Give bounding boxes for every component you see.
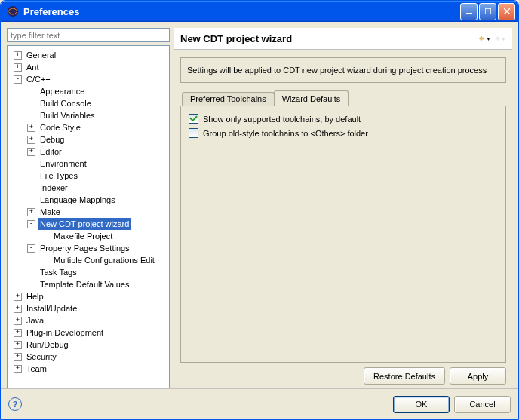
back-button[interactable]: ▼ bbox=[479, 32, 491, 44]
tree-label: Build Console bbox=[38, 97, 93, 109]
minimize-button[interactable] bbox=[460, 3, 478, 20]
tree-label: Install/Update bbox=[25, 302, 78, 314]
tree-node[interactable]: +Install/Update bbox=[8, 302, 169, 314]
tree-node[interactable]: Task Tags bbox=[8, 266, 169, 278]
tree-label: Language Mappings bbox=[38, 194, 117, 206]
expand-icon[interactable]: + bbox=[27, 124, 35, 132]
cancel-button[interactable]: Cancel bbox=[454, 396, 511, 413]
tree-node[interactable]: -New CDT project wizard bbox=[8, 218, 169, 230]
tree-node[interactable]: +Make bbox=[8, 206, 169, 218]
checkbox-group-old[interactable] bbox=[189, 128, 198, 138]
preferences-tree[interactable]: +General+Ant-C/C++AppearanceBuild Consol… bbox=[7, 45, 170, 389]
window-title: Preferences bbox=[22, 6, 460, 17]
tree-node[interactable]: +Ant bbox=[8, 61, 169, 73]
ok-button[interactable]: OK bbox=[393, 396, 450, 413]
expand-icon[interactable]: + bbox=[14, 317, 22, 325]
page-header: New CDT project wizard ▼ ▼ bbox=[174, 28, 512, 50]
checkbox-label: Group old-style toolchains to <Others> f… bbox=[203, 129, 368, 138]
collapse-icon[interactable]: - bbox=[27, 244, 35, 253]
tree-node[interactable]: +Editor bbox=[8, 146, 169, 158]
expand-icon[interactable]: + bbox=[27, 148, 35, 156]
svg-rect-3 bbox=[466, 13, 472, 14]
svg-rect-2 bbox=[9, 11, 17, 12]
tree-label: File Types bbox=[38, 170, 79, 182]
tree-node[interactable]: Build Console bbox=[8, 97, 169, 109]
tree-node[interactable]: +Java bbox=[8, 314, 169, 326]
tree-node[interactable]: Multiple Configurations Edit bbox=[8, 254, 169, 266]
tree-node[interactable]: +Help bbox=[8, 290, 169, 302]
tree-label: New CDT project wizard bbox=[38, 218, 131, 230]
page-title: New CDT project wizard bbox=[180, 33, 476, 44]
tree-label: Editor bbox=[38, 146, 63, 158]
tree-node[interactable]: Makefile Project bbox=[8, 230, 169, 242]
window-buttons bbox=[460, 3, 515, 20]
tree-label: Environment bbox=[38, 158, 88, 170]
tree-label: Security bbox=[25, 351, 58, 363]
checkbox-show-supported[interactable] bbox=[189, 114, 198, 124]
expand-icon[interactable]: + bbox=[14, 365, 22, 373]
chevron-down-icon: ▼ bbox=[486, 36, 491, 41]
tree-label: Help bbox=[25, 290, 45, 302]
tree-node[interactable]: +Run/Debug bbox=[8, 339, 169, 351]
expand-icon[interactable]: + bbox=[14, 51, 22, 60]
tree-node[interactable]: +Debug bbox=[8, 133, 169, 146]
checkbox-row-group-old[interactable]: Group old-style toolchains to <Others> f… bbox=[189, 128, 498, 138]
tree-node[interactable]: +Security bbox=[8, 351, 169, 363]
tree-node[interactable]: +Plug-in Development bbox=[8, 326, 169, 339]
tree-node[interactable]: +Team bbox=[8, 363, 169, 375]
checkbox-row-supported[interactable]: Show only supported toolchains, by defau… bbox=[189, 114, 498, 124]
page-description: Settings will be applied to CDT new proj… bbox=[180, 57, 506, 83]
eclipse-icon bbox=[7, 5, 19, 17]
tab-wizard-defaults[interactable]: Wizard Defaults bbox=[274, 90, 349, 106]
tab-panel: Show only supported toolchains, by defau… bbox=[180, 106, 506, 363]
tabs: Preferred Toolchains Wizard Defaults bbox=[180, 90, 506, 106]
preferences-window: Preferences +General+Ant-C/C++Appearance… bbox=[0, 0, 519, 420]
chevron-down-icon: ▼ bbox=[501, 36, 506, 41]
forward-button[interactable]: ▼ bbox=[494, 32, 506, 44]
tree-label: Makefile Project bbox=[52, 230, 114, 242]
tree-node[interactable]: Appearance bbox=[8, 85, 169, 97]
tree-node[interactable]: Template Default Values bbox=[8, 278, 169, 290]
tree-node[interactable]: +General bbox=[8, 49, 169, 61]
help-button[interactable]: ? bbox=[8, 397, 22, 411]
tree-label: Code Style bbox=[38, 121, 82, 133]
tree-node[interactable]: File Types bbox=[8, 170, 169, 182]
tree-label: Ant bbox=[25, 61, 41, 73]
right-pane: New CDT project wizard ▼ ▼ Settings will… bbox=[174, 28, 512, 389]
tree-node[interactable]: Build Variables bbox=[8, 109, 169, 121]
tree-label: Plug-in Development bbox=[25, 326, 105, 339]
collapse-icon[interactable]: - bbox=[27, 220, 35, 228]
tree-label: Java bbox=[25, 314, 45, 326]
tree-label: Indexer bbox=[38, 182, 69, 194]
tree-label: Template Default Values bbox=[38, 278, 131, 290]
expand-icon[interactable]: + bbox=[27, 136, 35, 144]
expand-icon[interactable]: + bbox=[14, 63, 22, 72]
tree-label: Task Tags bbox=[38, 266, 78, 278]
expand-icon[interactable]: + bbox=[14, 353, 22, 361]
maximize-button[interactable] bbox=[479, 3, 496, 20]
expand-icon[interactable]: + bbox=[14, 305, 22, 313]
tree-label: C/C++ bbox=[25, 73, 52, 85]
titlebar[interactable]: Preferences bbox=[1, 1, 518, 22]
tree-label: Team bbox=[25, 363, 48, 375]
tree-node[interactable]: Environment bbox=[8, 158, 169, 170]
close-button[interactable] bbox=[498, 3, 515, 20]
expand-icon[interactable]: + bbox=[14, 341, 22, 349]
tree-node[interactable]: Indexer bbox=[8, 182, 169, 194]
expand-icon[interactable]: + bbox=[14, 293, 22, 301]
tree-label: General bbox=[25, 49, 57, 61]
restore-defaults-button[interactable]: Restore Defaults bbox=[364, 367, 445, 385]
tree-node[interactable]: Language Mappings bbox=[8, 194, 169, 206]
tree-label: Run/Debug bbox=[25, 339, 70, 351]
expand-icon[interactable]: + bbox=[27, 208, 35, 216]
collapse-icon[interactable]: - bbox=[14, 75, 22, 84]
filter-input[interactable] bbox=[7, 28, 170, 42]
tab-preferred-toolchains[interactable]: Preferred Toolchains bbox=[182, 92, 275, 107]
svg-rect-4 bbox=[485, 8, 491, 14]
expand-icon[interactable]: + bbox=[14, 329, 22, 337]
left-pane: +General+Ant-C/C++AppearanceBuild Consol… bbox=[7, 28, 170, 389]
apply-button[interactable]: Apply bbox=[450, 367, 506, 385]
tree-node[interactable]: -Property Pages Settings bbox=[8, 242, 169, 254]
tree-node[interactable]: -C/C++ bbox=[8, 73, 169, 85]
tree-node[interactable]: +Code Style bbox=[8, 121, 169, 133]
